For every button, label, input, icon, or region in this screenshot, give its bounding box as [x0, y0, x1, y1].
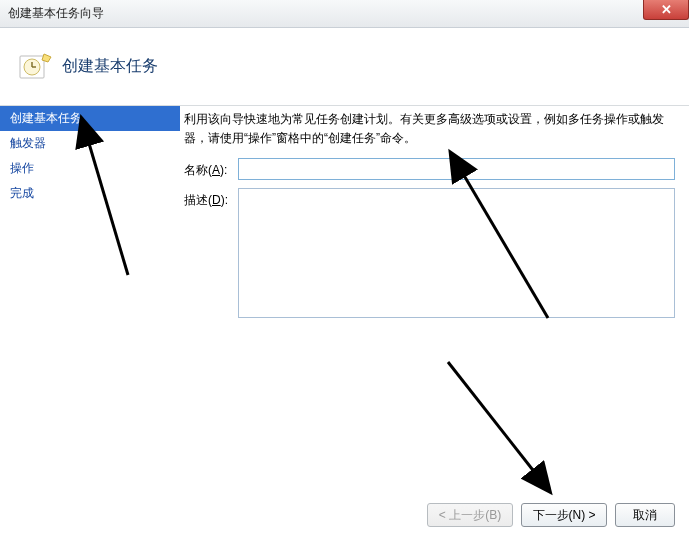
- sidebar-item-action[interactable]: 操作: [0, 156, 180, 181]
- sidebar-item-label: 触发器: [10, 136, 46, 150]
- cancel-button-label: 取消: [633, 507, 657, 524]
- wizard-content: 利用该向导快速地为常见任务创建计划。有关更多高级选项或设置，例如多任务操作或触发…: [180, 106, 689, 487]
- close-icon: ✕: [661, 2, 672, 17]
- content-description: 利用该向导快速地为常见任务创建计划。有关更多高级选项或设置，例如多任务操作或触发…: [184, 110, 675, 148]
- name-label: 名称(A):: [184, 158, 238, 180]
- wizard-header: 创建基本任务: [0, 28, 689, 106]
- name-input[interactable]: [238, 158, 675, 180]
- name-row: 名称(A):: [184, 158, 675, 180]
- back-button: < 上一步(B): [427, 503, 513, 527]
- wizard-sidebar: 创建基本任务 触发器 操作 完成: [0, 106, 180, 487]
- sidebar-item-label: 创建基本任务: [10, 111, 82, 125]
- window-title: 创建基本任务向导: [8, 5, 104, 22]
- sidebar-item-finish[interactable]: 完成: [0, 181, 180, 206]
- description-label: 描述(D):: [184, 188, 238, 321]
- back-button-label: < 上一步(B): [439, 507, 501, 524]
- description-input[interactable]: [238, 188, 675, 318]
- cancel-button[interactable]: 取消: [615, 503, 675, 527]
- next-button-label: 下一步(N) >: [533, 507, 596, 524]
- close-button[interactable]: ✕: [643, 0, 689, 20]
- svg-marker-4: [42, 54, 51, 62]
- next-button[interactable]: 下一步(N) >: [521, 503, 607, 527]
- wizard-footer: < 上一步(B) 下一步(N) > 取消: [0, 487, 689, 543]
- sidebar-item-label: 操作: [10, 161, 34, 175]
- page-title: 创建基本任务: [62, 56, 158, 77]
- wizard-icon: [18, 50, 52, 84]
- sidebar-item-trigger[interactable]: 触发器: [0, 131, 180, 156]
- sidebar-item-create-basic-task[interactable]: 创建基本任务: [0, 106, 180, 131]
- description-row: 描述(D):: [184, 188, 675, 321]
- sidebar-item-label: 完成: [10, 186, 34, 200]
- wizard-body: 创建基本任务 触发器 操作 完成 利用该向导快速地为常见任务创建计划。有关更多高…: [0, 106, 689, 487]
- titlebar: 创建基本任务向导 ✕: [0, 0, 689, 28]
